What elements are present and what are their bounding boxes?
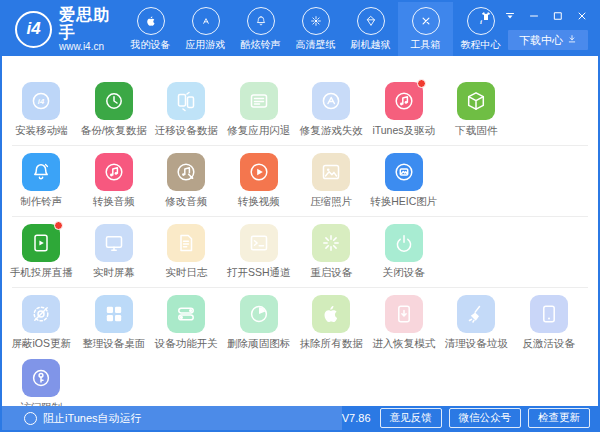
- tool-row-5: 访问限制: [2, 359, 598, 406]
- tool-修改音频[interactable]: 修改音频: [150, 153, 223, 209]
- menu-caret-icon[interactable]: [503, 9, 516, 22]
- firmware-cube-icon: [457, 82, 495, 120]
- tool-label: 实时日志: [165, 266, 207, 280]
- gear-block-icon: [22, 295, 60, 333]
- tool-重启设备[interactable]: 重启设备: [295, 224, 368, 280]
- tool-打开SSH通道[interactable]: 打开SSH通道: [223, 224, 296, 280]
- tool-安装移动端[interactable]: i4安装移动端: [5, 82, 78, 138]
- download-center-button[interactable]: 下载中心: [508, 30, 588, 50]
- apple-fill-icon: [312, 295, 350, 333]
- tool-实时日志[interactable]: 实时日志: [150, 224, 223, 280]
- note-edit-icon: [167, 153, 205, 191]
- footer-button-微信公众号[interactable]: 微信公众号: [449, 408, 522, 428]
- tool-label: 转换HEIC图片: [370, 195, 437, 209]
- tool-label: iTunes及驱动: [372, 124, 435, 138]
- footer-button-意见反馈[interactable]: 意见反馈: [380, 408, 442, 428]
- tab-label: 刷机越狱: [351, 38, 391, 52]
- tool-转换HEIC图片[interactable]: 转换HEIC图片: [368, 153, 441, 209]
- tool-label: 打开SSH通道: [227, 266, 291, 280]
- tool-手机投屏直播[interactable]: 手机投屏直播: [5, 224, 78, 280]
- tool-label: 下载固件: [455, 124, 497, 138]
- tool-抹除所有数据[interactable]: 抹除所有数据: [295, 295, 368, 351]
- clock-restore-icon: [95, 82, 133, 120]
- tab-应用游戏[interactable]: 应用游戏: [178, 2, 233, 56]
- appstore-icon: [192, 7, 220, 35]
- footer-button-检查更新[interactable]: 检查更新: [528, 408, 590, 428]
- ringtone-bell-icon: [22, 153, 60, 191]
- tool-屏蔽iOS更新[interactable]: 屏蔽iOS更新: [5, 295, 78, 351]
- tool-清理设备垃圾[interactable]: 清理设备垃圾: [440, 295, 513, 351]
- itunes-note-icon: [385, 82, 423, 120]
- toggle-circle-icon: [24, 412, 37, 425]
- tab-label: 应用游戏: [186, 38, 226, 52]
- clean-broom-icon: [457, 295, 495, 333]
- tool-修复游戏失效[interactable]: 修复游戏失效: [295, 82, 368, 138]
- tool-label: 手机投屏直播: [10, 266, 73, 280]
- tab-我的设备[interactable]: 我的设备: [123, 2, 178, 56]
- tool-关闭设备[interactable]: 关闭设备: [368, 224, 441, 280]
- note-circle-icon: [95, 153, 133, 191]
- header-bar: i4 爱思助手 www.i4.cn 我的设备应用游戏酷炫铃声高清壁纸刷机越狱工具…: [2, 2, 598, 56]
- toggle-switches-icon: [167, 295, 205, 333]
- tool-下载固件[interactable]: 下载固件: [440, 82, 513, 138]
- tool-修复应用闪退[interactable]: 修复应用闪退: [223, 82, 296, 138]
- tool-label: 修复游戏失效: [300, 124, 363, 138]
- row-divider: [12, 287, 588, 288]
- tab-刷机越狱[interactable]: 刷机越狱: [343, 2, 398, 56]
- tool-设备功能开关[interactable]: 设备功能开关: [150, 295, 223, 351]
- tool-迁移设备数据[interactable]: 迁移设备数据: [150, 82, 223, 138]
- bell-icon: [247, 7, 275, 35]
- transfer-devices-icon: [167, 82, 205, 120]
- tool-row-1: i4安装移动端备份/恢复数据迁移设备数据修复应用闪退修复游戏失效iTunes及驱…: [2, 82, 598, 138]
- tool-转换音频[interactable]: 转换音频: [78, 153, 151, 209]
- notification-dot: [54, 221, 63, 230]
- footer-actions: V7.86 意见反馈微信公众号检查更新: [342, 408, 598, 428]
- row-divider: [12, 216, 588, 217]
- app-title: 爱思助手: [59, 6, 123, 41]
- svg-text:i4: i4: [38, 97, 45, 106]
- block-itunes-label: 阻止iTunes自动运行: [43, 411, 142, 426]
- tool-label: 转换视频: [238, 195, 280, 209]
- tool-实时屏幕[interactable]: 实时屏幕: [78, 224, 151, 280]
- close-icon[interactable]: [575, 9, 588, 22]
- tool-备份/恢复数据[interactable]: 备份/恢复数据: [78, 82, 151, 138]
- tab-label: 我的设备: [131, 38, 171, 52]
- tool-label: 抹除所有数据: [300, 337, 363, 351]
- apple-icon: [137, 7, 165, 35]
- screen-cast-icon: [22, 224, 60, 262]
- tab-label: 酷炫铃声: [241, 38, 281, 52]
- tool-iTunes及驱动[interactable]: iTunes及驱动: [368, 82, 441, 138]
- tool-访问限制[interactable]: 访问限制: [5, 359, 78, 406]
- appstore-check-icon: [312, 82, 350, 120]
- tab-酷炫铃声[interactable]: 酷炫铃声: [233, 2, 288, 56]
- tool-整理设备桌面[interactable]: 整理设备桌面: [78, 295, 151, 351]
- tool-label: 备份/恢复数据: [81, 124, 147, 138]
- tab-高清壁纸[interactable]: 高清壁纸: [288, 2, 343, 56]
- tab-工具箱[interactable]: 工具箱: [398, 2, 453, 56]
- tool-删除顽固图标[interactable]: 删除顽固图标: [223, 295, 296, 351]
- tab-label: 工具箱: [411, 38, 441, 52]
- theme-skin-icon[interactable]: [479, 9, 492, 22]
- tool-label: 制作铃声: [20, 195, 62, 209]
- download-icon: [567, 34, 577, 46]
- tool-row-4: 屏蔽iOS更新整理设备桌面设备功能开关删除顽固图标抹除所有数据进入恢复模式清理设…: [2, 295, 598, 351]
- tool-转换视频[interactable]: 转换视频: [223, 153, 296, 209]
- log-document-icon: [167, 224, 205, 262]
- minimize-icon[interactable]: [527, 9, 540, 22]
- tool-label: 修改音频: [165, 195, 207, 209]
- tool-制作铃声[interactable]: 制作铃声: [5, 153, 78, 209]
- block-itunes-toggle[interactable]: 阻止iTunes自动运行: [2, 406, 342, 430]
- toolbox-icon: [412, 7, 440, 35]
- tool-row-3: 手机投屏直播实时屏幕实时日志打开SSH通道重启设备关闭设备: [2, 224, 598, 280]
- tool-label: 修复应用闪退: [227, 124, 290, 138]
- maximize-icon[interactable]: [551, 9, 564, 22]
- footer-bar: 阻止iTunes自动运行 V7.86 意见反馈微信公众号检查更新: [2, 406, 598, 430]
- app-window: i4 爱思助手 www.i4.cn 我的设备应用游戏酷炫铃声高清壁纸刷机越狱工具…: [0, 0, 600, 432]
- tool-反激活设备[interactable]: 反激活设备: [513, 295, 586, 351]
- tool-压缩照片[interactable]: 压缩照片: [295, 153, 368, 209]
- tool-grid: i4安装移动端备份/恢复数据迁移设备数据修复应用闪退修复游戏失效iTunes及驱…: [2, 82, 598, 406]
- tool-label: 屏蔽iOS更新: [11, 337, 71, 351]
- tool-进入恢复模式[interactable]: 进入恢复模式: [368, 295, 441, 351]
- app-url: www.i4.cn: [59, 41, 123, 52]
- pie-circle-icon: [240, 295, 278, 333]
